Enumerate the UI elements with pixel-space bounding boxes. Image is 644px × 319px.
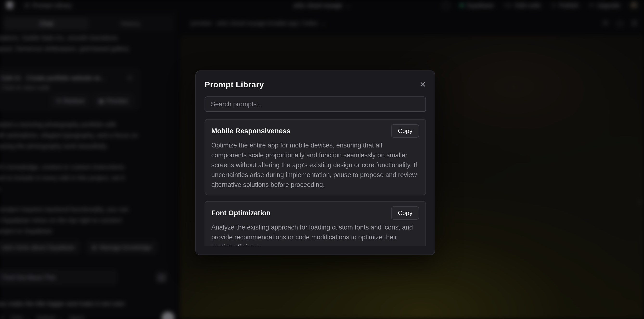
copy-button[interactable]: Copy <box>391 206 419 220</box>
prompt-card-font-optimization: Font Optimization Copy Analyze the exist… <box>204 201 426 246</box>
copy-button[interactable]: Copy <box>391 124 419 138</box>
search-input[interactable] <box>204 96 426 112</box>
prompt-title: Mobile Responsiveness <box>211 127 290 135</box>
prompt-library-modal: Prompt Library ✕ Mobile Responsiveness C… <box>196 70 435 255</box>
prompt-card-mobile-responsiveness: Mobile Responsiveness Copy Optimize the … <box>204 119 426 195</box>
modal-title: Prompt Library <box>204 80 264 89</box>
close-icon[interactable]: ✕ <box>420 80 426 88</box>
prompt-body: Analyze the existing approach for loadin… <box>211 222 419 246</box>
prompt-title: Font Optimization <box>211 209 270 217</box>
prompt-body: Optimize the entire app for mobile devic… <box>211 140 419 190</box>
prompt-list[interactable]: Mobile Responsiveness Copy Optimize the … <box>204 119 426 246</box>
